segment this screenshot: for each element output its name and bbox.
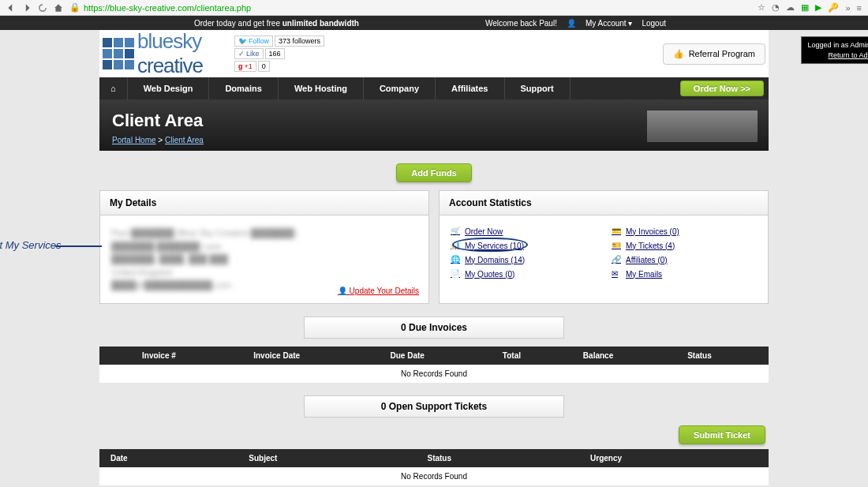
referral-button[interactable]: 👍Referral Program [663, 43, 765, 65]
admin-badge: Logged in as Administrator | Return to A… [801, 36, 868, 64]
url-bar[interactable]: 🔒 https://blue-sky-creative.com/clientar… [69, 2, 751, 13]
nav-web-design[interactable]: Web Design [128, 77, 210, 99]
social-badges: 🐦 Follow373 followers ✓ Like166 g+10 [234, 36, 324, 72]
nav-home[interactable]: ⌂ [99, 77, 128, 99]
follower-count: 373 followers [275, 36, 324, 47]
link-my-invoices[interactable]: 💳My Invoices (0) [612, 227, 757, 236]
logo-text: blueskycreative [137, 29, 203, 78]
ext-icon[interactable]: ▶ [815, 2, 821, 13]
crumb-current[interactable]: Client Area [165, 136, 204, 144]
link-my-tickets[interactable]: 🎫My Tickets (4) [612, 241, 757, 250]
ticket-icon: 🎫 [612, 241, 621, 250]
no-records: No Records Found [99, 467, 769, 485]
callout-arrow [54, 245, 102, 247]
twitter-follow-button[interactable]: 🐦 Follow [234, 36, 273, 47]
forward-icon[interactable] [22, 3, 32, 13]
reload-icon[interactable] [38, 3, 47, 13]
lock-icon: 🔒 [69, 2, 80, 13]
details-blurred: Paul ███████ (Blue Sky Creative ███████)… [111, 227, 417, 292]
ext-icon[interactable]: ▦ [801, 2, 809, 13]
col-invoice-date[interactable]: Invoice Date [242, 347, 379, 365]
order-now-button[interactable]: Order Now >> [680, 81, 764, 96]
ext-icon[interactable]: ◔ [772, 2, 780, 13]
my-details-panel: My Details Paul ███████ (Blue Sky Creati… [99, 190, 429, 304]
like-count: 166 [265, 48, 285, 59]
link-affiliates[interactable]: 🔗Affiliates (0) [612, 255, 757, 264]
nav-affiliates[interactable]: Affiliates [436, 77, 504, 99]
invoice-icon: 💳 [612, 227, 621, 236]
cart-icon: 🛒 [451, 227, 460, 236]
panel-title: My Details [100, 191, 428, 215]
site-header: blueskycreative 🐦 Follow373 followers ✓ … [99, 30, 769, 77]
welcome-text: Welcome back Paul! [485, 19, 557, 28]
announce-bar: Order today and get free unlimited bandw… [0, 16, 868, 30]
return-admin-link[interactable]: Return to Admin Area [828, 51, 868, 59]
more-icon[interactable]: » [845, 3, 850, 13]
link-my-quotes[interactable]: 📄My Quotes (0) [451, 269, 596, 279]
affiliate-icon: 🔗 [612, 255, 621, 264]
gplus-count: 0 [258, 61, 270, 72]
gplus-button[interactable]: g+1 [234, 61, 256, 72]
nav-web-hosting[interactable]: Web Hosting [279, 77, 364, 99]
invoices-title: 0 Due Invoices [304, 317, 564, 339]
star-icon[interactable]: ☆ [758, 2, 765, 13]
server-image [647, 111, 758, 142]
col-urgency[interactable]: Urgency [579, 449, 769, 467]
add-funds-button[interactable]: Add Funds [396, 163, 471, 182]
nav-domains[interactable]: Domains [209, 77, 278, 99]
ext-icon[interactable]: 🔑 [828, 2, 839, 13]
col-subject[interactable]: Subject [238, 449, 416, 467]
link-my-domains[interactable]: 🌐My Domains (14) [451, 255, 596, 264]
logo[interactable]: blueskycreative [103, 29, 203, 78]
col-date[interactable]: Date [99, 449, 238, 467]
browser-toolbar: 🔒 https://blue-sky-creative.com/clientar… [0, 0, 868, 16]
nav-support[interactable]: Support [505, 77, 571, 99]
crumb-home[interactable]: Portal Home [112, 136, 156, 144]
link-my-emails[interactable]: ✉My Emails [612, 269, 757, 279]
fb-like-button[interactable]: ✓ Like [234, 48, 264, 59]
link-my-services[interactable]: 📊My Services (10) [451, 241, 596, 250]
account-stats-panel: Account Statistics 🛒Order Now 💳My Invoic… [439, 190, 769, 304]
main-nav: ⌂ Web Design Domains Web Hosting Company… [99, 77, 769, 99]
submit-ticket-button[interactable]: Submit Ticket [679, 425, 765, 444]
logo-icon [103, 38, 134, 69]
pdf-icon: 📄 [451, 269, 460, 279]
col-status[interactable]: Status [416, 449, 579, 467]
col-due-date[interactable]: Due Date [380, 347, 492, 365]
globe-icon: 🌐 [451, 255, 460, 264]
home-icon: ⌂ [110, 84, 116, 93]
invoices-table: Invoice # Invoice Date Due Date Total Ba… [99, 347, 769, 383]
callout-text: Select My Services [0, 239, 62, 251]
tickets-table: Date Subject Status Urgency No Records F… [99, 449, 769, 485]
link-order-now[interactable]: 🛒Order Now [451, 227, 596, 236]
col-invoice-num[interactable]: Invoice # [131, 347, 242, 365]
no-records: No Records Found [99, 365, 769, 383]
col-blank [99, 347, 131, 365]
back-icon[interactable] [6, 3, 16, 13]
hero-banner: Client Area Portal Home > Client Area [99, 99, 769, 151]
tickets-title: 0 Open Support Tickets [304, 395, 564, 418]
announce-promo: Order today and get free unlimited bandw… [194, 19, 359, 28]
thumbs-icon: 👍 [673, 49, 684, 59]
nav-company[interactable]: Company [364, 77, 436, 99]
col-total[interactable]: Total [492, 347, 572, 365]
my-account-link[interactable]: My Account ▾ [586, 19, 632, 28]
account-icon: 👤 [567, 19, 576, 28]
menu-icon[interactable]: ≡ [857, 3, 862, 13]
browser-extensions: ☆ ◔ ☁ ▦ ▶ 🔑 » ≡ [758, 2, 862, 13]
services-icon: 📊 [451, 241, 460, 250]
home-icon[interactable] [54, 3, 63, 13]
update-details-link[interactable]: 👤 Update Your Details [338, 287, 419, 295]
email-icon: ✉ [612, 269, 621, 279]
col-balance[interactable]: Balance [572, 347, 676, 365]
logout-link[interactable]: Logout [642, 19, 666, 28]
url-text: https://blue-sky-creative.com/clientarea… [84, 3, 251, 13]
col-status[interactable]: Status [676, 347, 769, 365]
ext-icon[interactable]: ☁ [786, 2, 795, 13]
panel-title: Account Statistics [440, 191, 768, 215]
